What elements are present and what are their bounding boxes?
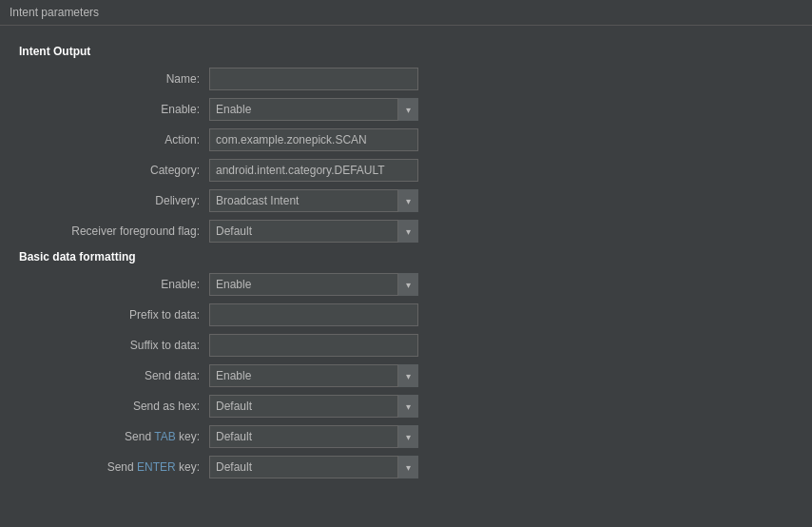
receiver-select-wrapper: Default Yes No ▾ xyxy=(209,220,418,243)
send-hex-row: Send as hex: Default Enable Disable ▾ xyxy=(19,395,793,418)
prefix-label: Prefix to data: xyxy=(19,308,209,322)
basic-enable-label: Enable: xyxy=(19,278,209,291)
send-hex-label: Send as hex: xyxy=(19,400,209,413)
receiver-select[interactable]: Default Yes No xyxy=(209,220,418,243)
action-label: Action: xyxy=(19,133,209,146)
send-enter-label: Send ENTER key: xyxy=(19,460,209,474)
suffix-row: Suffix to data: xyxy=(19,334,793,357)
suffix-label: Suffix to data: xyxy=(19,339,209,352)
name-label: Name: xyxy=(19,72,209,86)
send-enter-row: Send ENTER key: Default Enable Disable ▾ xyxy=(19,456,793,478)
page-header: Intent parameters xyxy=(0,0,812,26)
enable-row: Enable: Enable Disable ▾ xyxy=(19,98,793,121)
delivery-select[interactable]: Broadcast Intent Start Activity Start Se… xyxy=(209,189,418,212)
send-hex-select[interactable]: Default Enable Disable xyxy=(209,395,418,418)
basic-data-section-title: Basic data formatting xyxy=(19,250,793,264)
receiver-label: Receiver foreground flag: xyxy=(19,224,209,238)
send-data-select[interactable]: Enable Disable xyxy=(209,364,418,387)
content-area: Intent Output Name: Enable: Enable Disab… xyxy=(0,26,812,526)
category-row: Category: xyxy=(19,159,793,182)
send-tab-label: Send TAB key: xyxy=(19,430,209,443)
enable-label: Enable: xyxy=(19,103,209,116)
send-enter-select-wrapper: Default Enable Disable ▾ xyxy=(209,456,418,478)
delivery-row: Delivery: Broadcast Intent Start Activit… xyxy=(19,189,793,212)
send-tab-row: Send TAB key: Default Enable Disable ▾ xyxy=(19,425,793,448)
send-data-row: Send data: Enable Disable ▾ xyxy=(19,364,793,387)
suffix-input[interactable] xyxy=(209,334,418,357)
send-data-label: Send data: xyxy=(19,369,209,382)
page-title: Intent parameters xyxy=(10,6,99,19)
send-tab-select[interactable]: Default Enable Disable xyxy=(209,425,418,448)
basic-enable-row: Enable: Enable Disable ▾ xyxy=(19,273,793,296)
delivery-select-wrapper: Broadcast Intent Start Activity Start Se… xyxy=(209,189,418,212)
send-tab-highlight: TAB xyxy=(154,430,175,443)
action-row: Action: xyxy=(19,128,793,151)
intent-output-section-title: Intent Output xyxy=(19,45,793,58)
basic-enable-select[interactable]: Enable Disable xyxy=(209,273,418,296)
send-enter-highlight: ENTER xyxy=(137,460,176,474)
delivery-label: Delivery: xyxy=(19,194,209,207)
category-label: Category: xyxy=(19,164,209,177)
prefix-input[interactable] xyxy=(209,303,418,326)
basic-enable-select-wrapper: Enable Disable ▾ xyxy=(209,273,418,296)
prefix-row: Prefix to data: xyxy=(19,303,793,326)
send-tab-select-wrapper: Default Enable Disable ▾ xyxy=(209,425,418,448)
name-row: Name: xyxy=(19,68,793,90)
enable-select[interactable]: Enable Disable xyxy=(209,98,418,121)
send-enter-select[interactable]: Default Enable Disable xyxy=(209,456,418,478)
action-input[interactable] xyxy=(209,128,418,151)
enable-select-wrapper: Enable Disable ▾ xyxy=(209,98,418,121)
send-hex-select-wrapper: Default Enable Disable ▾ xyxy=(209,395,418,418)
category-input[interactable] xyxy=(209,159,418,182)
receiver-row: Receiver foreground flag: Default Yes No… xyxy=(19,220,793,243)
name-input[interactable] xyxy=(209,68,418,90)
send-data-select-wrapper: Enable Disable ▾ xyxy=(209,364,418,387)
